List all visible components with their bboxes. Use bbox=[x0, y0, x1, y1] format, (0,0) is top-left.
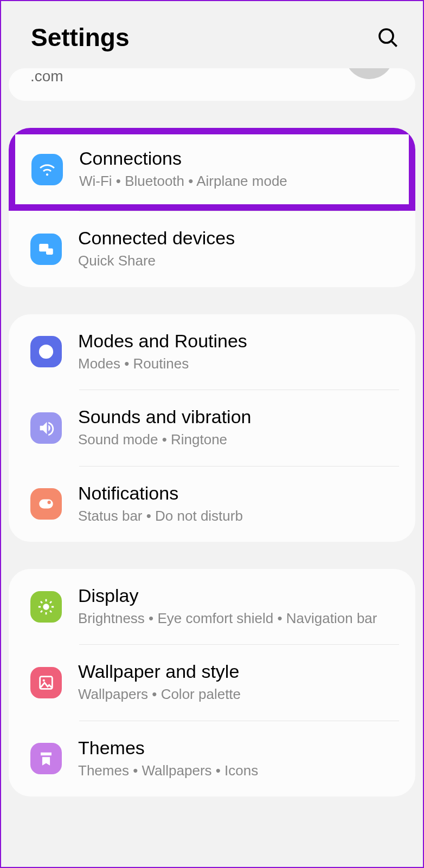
settings-item-display[interactable]: Display Brightness • Eye comfort shield … bbox=[9, 569, 415, 644]
wallpaper-icon bbox=[30, 667, 62, 698]
avatar bbox=[345, 68, 394, 79]
svg-point-17 bbox=[43, 679, 45, 682]
settings-item-sounds-vibration[interactable]: Sounds and vibration Sound mode • Ringto… bbox=[9, 390, 415, 465]
account-email-snippet: .com bbox=[30, 68, 63, 85]
item-text: Modes and Routines Modes • Routines bbox=[78, 331, 399, 373]
themes-icon bbox=[30, 743, 62, 774]
svg-point-6 bbox=[48, 501, 51, 504]
search-button[interactable] bbox=[374, 24, 401, 51]
settings-item-themes[interactable]: Themes Themes • Wallpapers • Icons bbox=[9, 721, 415, 796]
settings-item-wallpaper-style[interactable]: Wallpaper and style Wallpapers • Color p… bbox=[9, 645, 415, 720]
svg-line-12 bbox=[41, 601, 42, 603]
display-icon bbox=[30, 591, 62, 623]
item-subtitle: Status bar • Do not disturb bbox=[78, 506, 399, 526]
item-title: Sounds and vibration bbox=[78, 406, 399, 427]
item-title: Notifications bbox=[78, 483, 399, 504]
svg-line-1 bbox=[392, 42, 397, 47]
item-title: Display bbox=[78, 585, 399, 606]
item-text: Wallpaper and style Wallpapers • Color p… bbox=[78, 661, 399, 704]
search-icon bbox=[377, 27, 399, 48]
settings-item-modes-routines[interactable]: Modes and Routines Modes • Routines bbox=[9, 314, 415, 390]
item-text: Connected devices Quick Share bbox=[78, 228, 399, 270]
svg-line-14 bbox=[41, 611, 42, 612]
item-title: Connected devices bbox=[78, 228, 399, 249]
item-subtitle: Wallpapers • Color palette bbox=[78, 684, 399, 704]
item-subtitle: Brightness • Eye comfort shield • Naviga… bbox=[78, 608, 399, 628]
item-text: Notifications Status bar • Do not distur… bbox=[78, 483, 399, 526]
svg-rect-5 bbox=[39, 500, 53, 509]
svg-point-7 bbox=[43, 604, 49, 610]
item-text: Display Brightness • Eye comfort shield … bbox=[78, 585, 399, 628]
item-title: Wallpaper and style bbox=[78, 661, 399, 682]
item-subtitle: Modes • Routines bbox=[78, 354, 399, 373]
svg-line-15 bbox=[50, 601, 52, 603]
account-card[interactable]: .com bbox=[9, 68, 415, 101]
settings-group-modes: Modes and Routines Modes • Routines Soun… bbox=[9, 314, 415, 542]
item-subtitle: Sound mode • Ringtone bbox=[78, 430, 399, 449]
svg-point-0 bbox=[380, 29, 393, 43]
item-title: Connections bbox=[79, 148, 398, 169]
settings-group-connections: Connections Wi-Fi • Bluetooth • Airplane… bbox=[9, 128, 415, 287]
wifi-icon bbox=[31, 154, 63, 185]
item-text: Sounds and vibration Sound mode • Ringto… bbox=[78, 406, 399, 449]
item-title: Modes and Routines bbox=[78, 331, 399, 352]
settings-group-display: Display Brightness • Eye comfort shield … bbox=[9, 569, 415, 796]
page-title: Settings bbox=[31, 23, 129, 52]
sound-icon bbox=[30, 412, 62, 444]
item-title: Themes bbox=[78, 737, 399, 759]
svg-rect-3 bbox=[46, 249, 53, 255]
devices-icon bbox=[30, 234, 62, 265]
settings-item-connections[interactable]: Connections Wi-Fi • Bluetooth • Airplane… bbox=[9, 128, 415, 211]
item-text: Connections Wi-Fi • Bluetooth • Airplane… bbox=[79, 148, 398, 191]
modes-icon bbox=[30, 336, 62, 367]
item-subtitle: Quick Share bbox=[78, 251, 399, 270]
settings-header: Settings bbox=[1, 1, 423, 68]
notifications-icon bbox=[30, 488, 62, 520]
item-subtitle: Themes • Wallpapers • Icons bbox=[78, 761, 399, 780]
item-text: Themes Themes • Wallpapers • Icons bbox=[78, 737, 399, 780]
settings-item-notifications[interactable]: Notifications Status bar • Do not distur… bbox=[9, 467, 415, 542]
svg-line-13 bbox=[50, 611, 52, 612]
item-subtitle: Wi-Fi • Bluetooth • Airplane mode bbox=[79, 171, 398, 191]
settings-item-connected-devices[interactable]: Connected devices Quick Share bbox=[9, 211, 415, 287]
